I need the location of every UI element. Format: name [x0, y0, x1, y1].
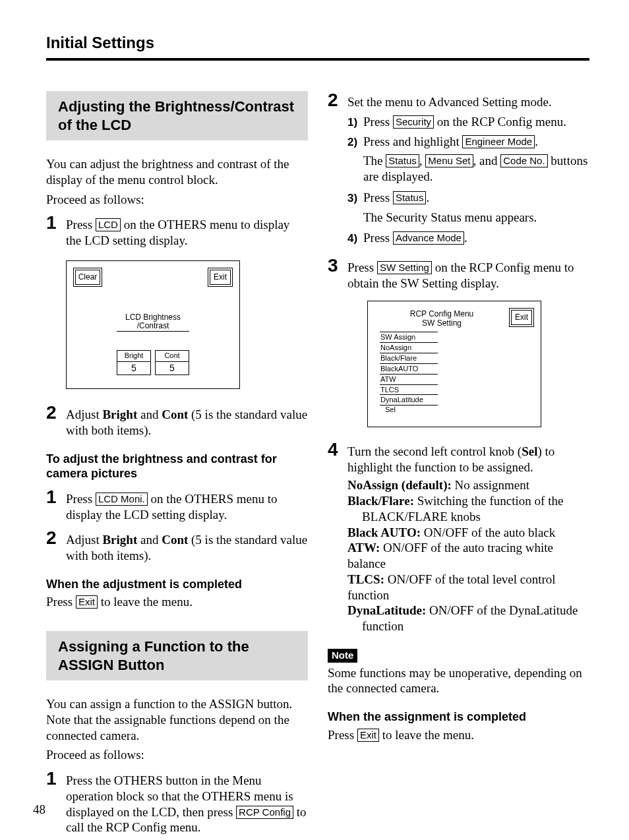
- left-column: Adjusting the Brightness/Contrast of the…: [46, 91, 308, 839]
- lcd-exit-button: Exit: [208, 268, 233, 287]
- lcd-button: LCD: [96, 218, 121, 231]
- step-number: 1: [46, 769, 66, 788]
- intro-text: You can adjust the brightness and contra…: [46, 156, 308, 188]
- note-badge: Note: [328, 649, 357, 663]
- menu-set-button: Menu Set: [425, 154, 473, 167]
- substep-2: 2) Press and highlight Engineer Mode.: [347, 134, 589, 150]
- step-body: Press SW Setting on the RCP Config menu …: [347, 260, 589, 434]
- step-body: Adjust Bright and Cont (5 is the standar…: [66, 407, 308, 438]
- assign-step-3: 3 Press SW Setting on the RCP Config men…: [328, 256, 589, 434]
- step-number: 2: [46, 529, 66, 547]
- exit-button: Exit: [357, 729, 379, 742]
- subhead-camera-pictures: To adjust the brightness and contrast fo…: [46, 452, 308, 481]
- step-number: 3: [328, 256, 347, 275]
- rcp-config-button: RCP Config: [236, 806, 293, 819]
- substep-number: 4): [347, 231, 363, 245]
- step-number: 1: [46, 214, 66, 232]
- exit-instruction: Press Exit to leave the menu.: [46, 594, 308, 610]
- step-body: Press LCD on the OTHERS menu to display …: [66, 217, 308, 249]
- lcd-title: LCD Brightness /Contrast: [117, 313, 189, 332]
- note-text: Some functions may be unoperative, depen…: [328, 665, 589, 697]
- head-rule: [46, 58, 589, 61]
- assign-proceed: Proceed as follows:: [46, 747, 308, 763]
- proceed-text: Proceed as follows:: [46, 192, 308, 208]
- page-number: 48: [33, 802, 45, 818]
- list-item: BlackAUTO: [380, 364, 438, 375]
- section-title-lcd: Adjusting the Brightness/Contrast of the…: [46, 91, 308, 140]
- engineer-mode-button: Engineer Mode: [462, 135, 535, 148]
- substep-4: 4) Press Advance Mode.: [347, 230, 589, 246]
- sw-list: SW Assign NoAssign Black/Flare BlackAUTO…: [380, 332, 438, 405]
- step-number: 1: [46, 488, 66, 506]
- step-body: Press LCD Moni. on the OTHERS menu to di…: [66, 491, 308, 523]
- step-1: 1 Press LCD on the OTHERS menu to displa…: [46, 214, 308, 249]
- substep-number: 2): [347, 135, 363, 149]
- subhead-assignment-completed: When the assignment is completed: [328, 709, 589, 725]
- substep-1: 1) Press Security on the RCP Config menu…: [347, 114, 589, 130]
- advance-mode-button: Advance Mode: [393, 231, 464, 245]
- list-item: ATW: [380, 375, 438, 385]
- cp-step-1: 1 Press LCD Moni. on the OTHERS menu to …: [46, 488, 308, 523]
- exit-instruction: Press Exit to leave the menu.: [328, 727, 589, 743]
- content-columns: Adjusting the Brightness/Contrast of the…: [46, 91, 589, 839]
- lcd-moni-button: LCD Moni.: [96, 493, 148, 506]
- section-title-assign: Assigning a Function to the ASSIGN Butto…: [46, 631, 308, 680]
- step-body: Set the menu to Advanced Setting mode. 1…: [347, 94, 589, 250]
- sw-exit-button: Exit: [509, 308, 534, 327]
- substep-number: 1): [347, 115, 363, 129]
- assign-step-2: 2 Set the menu to Advanced Setting mode.…: [328, 91, 589, 250]
- status-button: Status: [386, 154, 419, 167]
- bright-knob: Bright 5: [117, 350, 151, 375]
- substep-2-note: The Status, Menu Set, and Code No. butto…: [363, 153, 589, 185]
- status-button: Status: [393, 191, 427, 204]
- assign-step-1: 1 Press the OTHERS button in the Menu op…: [46, 769, 308, 835]
- substep-3-note: The Security Status menu appears.: [363, 210, 589, 225]
- sw-setting-button: SW Setting: [377, 261, 432, 274]
- sw-setting-figure: RCP Config Menu SW Setting Exit SW Assig…: [367, 301, 541, 427]
- step-body: Adjust Bright and Cont (5 is the standar…: [66, 532, 308, 564]
- right-column: 2 Set the menu to Advanced Setting mode.…: [328, 91, 589, 839]
- step-body: Turn the second left control knob (Sel) …: [347, 444, 589, 634]
- step-number: 4: [328, 440, 347, 459]
- step-number: 2: [328, 91, 347, 109]
- lcd-clear-button: Clear: [73, 268, 102, 287]
- sw-title: RCP Config Menu SW Setting: [374, 308, 509, 328]
- lcd-figure: Clear Exit LCD Brightness /Contrast Brig…: [66, 260, 240, 390]
- assign-intro: You can assign a function to the ASSIGN …: [46, 696, 308, 743]
- list-item: Black/Flare: [380, 353, 438, 364]
- list-item: DynaLatitude: [380, 395, 438, 405]
- assign-step-4: 4 Turn the second left control knob (Sel…: [328, 440, 589, 634]
- exit-button: Exit: [76, 595, 98, 609]
- step-number: 2: [46, 404, 66, 422]
- code-no-button: Code No.: [500, 154, 547, 167]
- definition-list: NoAssign (default): No assignment Black/…: [347, 477, 589, 634]
- sw-sel-label: Sel: [385, 405, 534, 415]
- cp-step-2: 2 Adjust Bright and Cont (5 is the stand…: [46, 529, 308, 564]
- running-head: Initial Settings: [46, 33, 589, 54]
- step-2: 2 Adjust Bright and Cont (5 is the stand…: [46, 404, 308, 438]
- list-item: NoAssign: [380, 343, 438, 353]
- subhead-adjustment-completed: When the adjustment is completed: [46, 577, 308, 592]
- list-item: TLCS: [380, 385, 438, 396]
- substep-3: 3) Press Status.: [347, 190, 589, 206]
- substep-number: 3): [347, 191, 363, 205]
- cont-knob: Cont 5: [155, 350, 189, 375]
- step-body: Press the OTHERS button in the Menu oper…: [66, 773, 308, 835]
- security-button: Security: [393, 115, 434, 129]
- list-item: SW Assign: [380, 332, 438, 343]
